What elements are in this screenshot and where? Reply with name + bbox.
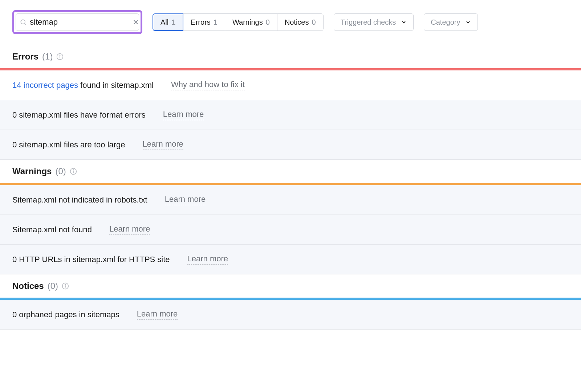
issue-text: 0 sitemap.xml files are too large (12, 140, 125, 150)
svg-point-9 (73, 170, 74, 170)
dropdown-triggered-checks[interactable]: Triggered checks (334, 13, 414, 31)
svg-point-12 (65, 284, 66, 285)
learn-more-link[interactable]: Learn more (165, 195, 206, 205)
issue-text: 0 HTTP URLs in sitemap.xml for HTTPS sit… (12, 255, 170, 264)
learn-more-link[interactable]: Learn more (187, 254, 228, 265)
why-and-how-link[interactable]: Why and how to fix it (171, 80, 245, 90)
tab-notices[interactable]: Notices 0 (277, 13, 324, 31)
svg-line-1 (25, 24, 26, 25)
dropdown-category[interactable]: Category (424, 13, 478, 31)
tab-label: Warnings (232, 18, 263, 26)
issue-row[interactable]: 0 HTTP URLs in sitemap.xml for HTTPS sit… (0, 245, 581, 274)
tab-label: Errors (191, 18, 210, 26)
learn-more-link[interactable]: Learn more (163, 110, 204, 120)
tab-count: 1 (171, 18, 175, 26)
issue-row[interactable]: 0 sitemap.xml files are too large Learn … (0, 130, 581, 160)
search-box[interactable] (16, 13, 139, 31)
info-icon[interactable] (62, 282, 69, 290)
section-title: Errors (12, 52, 38, 62)
tab-all[interactable]: All 1 (153, 13, 183, 31)
issue-row[interactable]: Sitemap.xml not found Learn more (0, 215, 581, 245)
search-icon (20, 19, 27, 26)
learn-more-link[interactable]: Learn more (143, 139, 184, 150)
tab-label: Notices (285, 18, 309, 26)
section-count: (0) (55, 166, 66, 176)
svg-point-6 (60, 55, 61, 56)
tab-count: 0 (266, 18, 270, 26)
dropdown-label: Category (431, 18, 460, 26)
search-input[interactable] (27, 17, 133, 27)
learn-more-link[interactable]: Learn more (137, 309, 178, 320)
issue-row[interactable]: Sitemap.xml not indicated in robots.txt … (0, 185, 581, 215)
info-icon[interactable] (56, 53, 64, 60)
clear-icon[interactable] (133, 19, 139, 25)
section-header-errors: Errors (1) (0, 45, 581, 68)
toolbar: All 1 Errors 1 Warnings 0 Notices 0 Trig… (0, 10, 581, 45)
section-count: (0) (48, 281, 58, 291)
section-header-notices: Notices (0) (0, 274, 581, 298)
issue-text: Sitemap.xml not indicated in robots.txt (12, 195, 147, 205)
tab-warnings[interactable]: Warnings 0 (225, 13, 277, 31)
dropdown-label: Triggered checks (341, 18, 396, 26)
search-highlight-box (12, 10, 142, 34)
issue-text: 14 incorrect pages found in sitemap.xml (12, 81, 154, 90)
section-title: Notices (12, 281, 44, 291)
svg-point-0 (21, 20, 25, 24)
issue-row[interactable]: 0 sitemap.xml files have format errors L… (0, 100, 581, 130)
tab-count: 0 (312, 18, 316, 26)
issue-text: 0 orphaned pages in sitemaps (12, 310, 119, 319)
filter-tabs: All 1 Errors 1 Warnings 0 Notices 0 (153, 13, 324, 31)
issue-text: Sitemap.xml not found (12, 225, 92, 234)
section-count: (1) (42, 52, 53, 62)
issue-link[interactable]: 14 incorrect pages (12, 81, 78, 90)
tab-label: All (161, 18, 168, 26)
issue-row[interactable]: 0 orphaned pages in sitemaps Learn more (0, 300, 581, 330)
section-title: Warnings (12, 166, 52, 176)
learn-more-link[interactable]: Learn more (109, 224, 150, 235)
info-icon[interactable] (70, 168, 77, 175)
tab-errors[interactable]: Errors 1 (183, 13, 225, 31)
chevron-down-icon (401, 19, 407, 25)
issue-row[interactable]: 14 incorrect pages found in sitemap.xml … (0, 70, 581, 100)
section-header-warnings: Warnings (0) (0, 160, 581, 183)
issue-text: 0 sitemap.xml files have format errors (12, 110, 146, 120)
chevron-down-icon (465, 19, 471, 25)
tab-count: 1 (214, 18, 218, 26)
issue-suffix: found in sitemap.xml (78, 81, 154, 90)
